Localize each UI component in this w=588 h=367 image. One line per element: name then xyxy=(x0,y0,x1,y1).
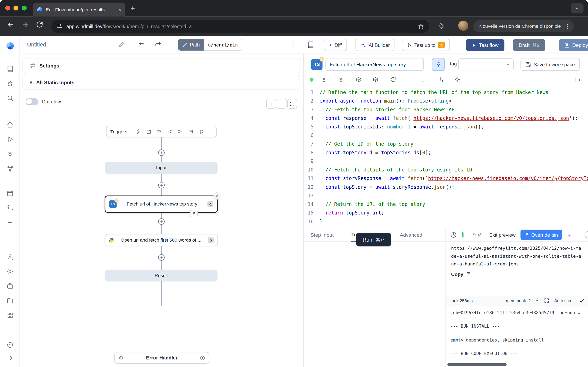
log-text[interactable]: job=019634fd-e186-211f-5364-d3e4385d57f9… xyxy=(446,306,588,360)
more-options-icon[interactable]: ⋮ xyxy=(290,40,296,48)
browser-tab[interactable]: Edit Flow u/henri/pin_results × xyxy=(33,3,125,17)
collapse-rail-icon[interactable] xyxy=(0,352,20,364)
windmill-logo[interactable] xyxy=(0,40,20,52)
folders-icon[interactable] xyxy=(0,295,20,306)
websocket-icon[interactable] xyxy=(167,129,172,134)
apps-grid-icon[interactable] xyxy=(0,310,20,321)
diff-mode-icon[interactable]: ± xyxy=(421,77,424,83)
fit-view-button[interactable] xyxy=(287,99,297,109)
add-icon[interactable]: + xyxy=(0,217,20,228)
ai-builder-button[interactable]: AI Builder xyxy=(355,39,395,51)
resources-icon[interactable] xyxy=(0,163,20,175)
test-up-to-button[interactable]: Test up to a xyxy=(402,39,450,51)
undo-icon[interactable] xyxy=(138,41,145,48)
flow-settings-row[interactable]: Settings xyxy=(22,58,300,73)
flow-name[interactable]: Untitled xyxy=(27,41,46,48)
flows-branch-icon[interactable] xyxy=(0,202,20,213)
webhook-icon[interactable] xyxy=(136,129,141,134)
window-zoom-button[interactable] xyxy=(22,6,27,11)
path-control[interactable]: Path u/henri/pin xyxy=(178,39,242,50)
dataflow-toggle[interactable] xyxy=(26,98,38,105)
auto-scroll-checkbox[interactable] xyxy=(579,298,584,303)
back-icon[interactable] xyxy=(7,21,14,29)
browser-menu-icon[interactable]: ⋮ xyxy=(564,23,570,30)
draft-button[interactable]: Draft ⌘S xyxy=(513,39,545,51)
run-button[interactable]: Run ⌘↵ xyxy=(356,233,391,246)
tab-search-button[interactable] xyxy=(571,3,584,14)
http-route-icon[interactable] xyxy=(157,129,162,134)
zoom-out-button[interactable]: − xyxy=(277,99,287,109)
address-bar[interactable]: app.windmill.dev/flows/edit/u/henri/pin_… xyxy=(52,20,429,33)
runs-icon[interactable] xyxy=(0,134,20,145)
reload-script-icon[interactable] xyxy=(390,77,396,83)
home-icon[interactable] xyxy=(0,119,20,130)
user-icon[interactable] xyxy=(0,251,20,262)
insert-step-icon[interactable] xyxy=(158,254,164,261)
rename-pencil-icon[interactable] xyxy=(119,42,125,47)
extensions-icon[interactable] xyxy=(437,22,444,29)
new-tab-button[interactable]: + xyxy=(130,3,135,13)
bookmark-star-icon[interactable] xyxy=(418,23,424,29)
remove-step-icon[interactable]: × xyxy=(213,192,221,200)
schedule-trigger-icon[interactable] xyxy=(146,129,151,134)
job-id-badge[interactable]: ...9 xyxy=(460,231,484,239)
favorites-star-icon[interactable] xyxy=(0,78,20,89)
tab-advanced[interactable]: Advanced xyxy=(400,228,422,242)
pin-button[interactable] xyxy=(432,58,445,71)
step-node-b[interactable]: Open url and fetch first 500 words of ..… xyxy=(104,234,218,246)
forward-icon[interactable] xyxy=(21,21,29,29)
history-icon[interactable] xyxy=(450,232,457,238)
email-trigger-icon[interactable] xyxy=(189,129,193,134)
ai-assist-icon[interactable] xyxy=(438,77,444,83)
deploy-button[interactable]: Deploy xyxy=(559,39,588,51)
path-value[interactable]: u/henri/pin xyxy=(204,39,242,50)
step-node-a[interactable]: TS Fetch url of HackerNews top story a × xyxy=(104,196,218,213)
add-error-handler-icon[interactable] xyxy=(200,355,205,360)
triggers-node[interactable]: Triggers xyxy=(106,126,217,137)
input-node[interactable]: Input xyxy=(105,162,217,174)
insert-step-icon[interactable] xyxy=(158,182,164,188)
insert-step-icon[interactable] xyxy=(158,150,164,156)
site-info-icon[interactable] xyxy=(57,23,62,29)
search-icon[interactable] xyxy=(0,92,20,104)
window-minimize-button[interactable] xyxy=(13,6,18,11)
kafka-trigger-icon[interactable] xyxy=(199,129,204,134)
profile-avatar[interactable] xyxy=(458,21,468,31)
result-node[interactable]: Result xyxy=(105,269,217,281)
save-to-workspace-button[interactable]: Save to workspace xyxy=(520,58,580,71)
more-icon[interactable] xyxy=(585,231,588,238)
step-title-input[interactable] xyxy=(325,58,424,71)
library-panel-icon[interactable] xyxy=(575,77,581,83)
variables-icon[interactable]: $ xyxy=(0,148,20,159)
postgres-trigger-icon[interactable] xyxy=(178,129,183,134)
workers-icon[interactable] xyxy=(0,281,20,292)
package-icon[interactable] xyxy=(373,77,379,83)
tag-select[interactable] xyxy=(458,58,514,71)
docs-icon[interactable] xyxy=(0,63,20,75)
exit-preview-button[interactable]: Exit preview xyxy=(489,232,516,238)
override-pin-button[interactable]: Override pin xyxy=(520,230,562,240)
help-icon[interactable]: ? xyxy=(0,339,20,350)
result-url[interactable]: https://www.geoffreylitt.com/2025/04/12/… xyxy=(451,244,583,268)
editor-settings-icon[interactable] xyxy=(455,77,461,83)
download-logs-icon[interactable] xyxy=(534,298,539,303)
download-result-icon[interactable] xyxy=(566,232,572,238)
insert-step-icon[interactable] xyxy=(158,218,164,225)
copy-button[interactable]: Copy xyxy=(451,272,583,277)
diff-button[interactable]: ± Diff xyxy=(324,39,347,51)
all-static-inputs-row[interactable]: $ All Static Inputs xyxy=(22,75,300,90)
expand-logs-icon[interactable] xyxy=(544,298,549,303)
open-external-icon[interactable] xyxy=(477,233,482,237)
settings-gear-icon[interactable] xyxy=(0,266,20,277)
tab-step-input[interactable]: Step Input xyxy=(311,228,334,242)
pin-indicator-icon[interactable] xyxy=(190,210,198,217)
package-icon[interactable] xyxy=(356,77,362,83)
docs-book-icon[interactable] xyxy=(307,41,314,48)
zoom-in-button[interactable]: + xyxy=(266,99,276,109)
reload-icon[interactable] xyxy=(36,21,43,28)
variables-picker-icon[interactable]: $ xyxy=(323,77,325,83)
error-handler-node[interactable]: Error Handler xyxy=(114,352,209,364)
code-editor[interactable]: 1// Define the main function to fetch th… xyxy=(304,87,588,228)
log-horizontal-scrollbar[interactable] xyxy=(447,363,507,366)
redo-icon[interactable] xyxy=(155,41,161,48)
